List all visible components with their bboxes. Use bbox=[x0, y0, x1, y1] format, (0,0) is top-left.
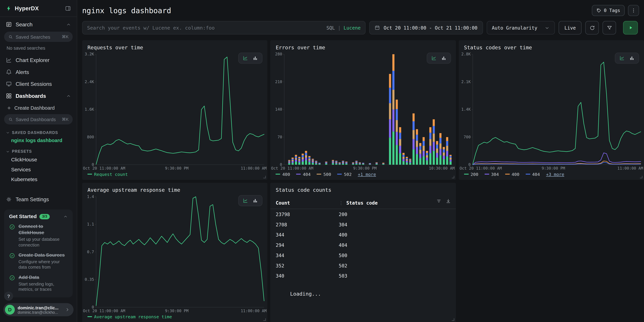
legend-item[interactable]: 304 bbox=[484, 172, 499, 176]
errors-chart[interactable]: 070140210280Oct 20 11:00:00 AM9:30:00 PM… bbox=[270, 51, 456, 171]
date-range-picker[interactable]: Oct 20 11:00:00 - Oct 21 11:00:00 bbox=[369, 21, 483, 34]
legend-item[interactable]: 404 bbox=[526, 172, 540, 176]
get-started-header[interactable]: Get Started 3/3 bbox=[9, 214, 68, 220]
resize-handle[interactable] bbox=[452, 318, 454, 321]
sidebar-item-kubernetes[interactable]: Kubernetes bbox=[0, 174, 77, 184]
filter-button[interactable] bbox=[602, 21, 616, 34]
event-search-placeholder: Search your events w/ Lucene ex. column:… bbox=[87, 25, 214, 30]
line-chart-icon[interactable] bbox=[243, 198, 248, 204]
resize-handle[interactable] bbox=[264, 176, 266, 178]
create-dashboard-button[interactable]: Create Dashboard bbox=[0, 102, 77, 113]
column-drag-handle[interactable]: ⋮ bbox=[339, 200, 344, 206]
table-cell: 294 bbox=[270, 240, 333, 250]
resize-handle[interactable] bbox=[452, 176, 454, 178]
table-row[interactable]: 344400 bbox=[270, 230, 456, 240]
legend-item[interactable]: 502 bbox=[337, 172, 352, 176]
chevron-up-icon[interactable] bbox=[66, 22, 71, 27]
sidebar-item-client-sessions[interactable]: Client Sessions bbox=[0, 78, 77, 90]
sidebar-collapse-button[interactable] bbox=[65, 6, 71, 12]
sidebar-item-alerts[interactable]: Alerts bbox=[0, 66, 77, 78]
event-search-input[interactable]: Search your events w/ Lucene ex. column:… bbox=[82, 21, 366, 34]
tags-button[interactable]: 0 Tags bbox=[592, 5, 625, 16]
sidebar-item-chart-explorer[interactable]: Chart Explorer bbox=[0, 54, 77, 66]
line-chart-icon[interactable] bbox=[243, 56, 248, 61]
run-query-button[interactable] bbox=[623, 21, 638, 34]
column-header-count[interactable]: Count bbox=[270, 197, 333, 209]
filter-rows-icon[interactable] bbox=[436, 198, 442, 204]
legend-item[interactable]: Request count bbox=[88, 172, 128, 176]
legend-item[interactable]: 400 bbox=[505, 172, 519, 176]
saved-dashboards-header-label: SAVED DASHBOARDS bbox=[12, 130, 58, 135]
avg-response-chart[interactable]: 00.350.71.11.4Oct 20 11:00:00 AM9:30:00 … bbox=[82, 194, 268, 313]
legend-swatch bbox=[526, 174, 530, 174]
screen: HyperDX Search Saved Searches ⌘K No save… bbox=[0, 0, 644, 322]
get-started-item-connect[interactable]: Connect to ClickHouse Set up your databa… bbox=[9, 224, 68, 248]
table-cell: 2708 bbox=[270, 219, 333, 230]
bar-chart-icon[interactable] bbox=[253, 56, 258, 61]
svg-text:210: 210 bbox=[275, 80, 282, 84]
legend-item[interactable]: 200 bbox=[464, 172, 478, 176]
sidebar-section-search[interactable]: Search bbox=[0, 17, 77, 31]
sidebar-item-team-settings[interactable]: Team Settings bbox=[0, 194, 77, 206]
requests-chart[interactable]: 08001.6K2.4K3.2KOct 20 11:00:00 AM9:30:0… bbox=[82, 51, 268, 171]
table-row[interactable]: 344500 bbox=[270, 250, 456, 260]
granularity-select[interactable]: Auto Granularity bbox=[486, 21, 555, 34]
language-toggle-divider: | bbox=[338, 25, 341, 30]
sidebar-item-nginx-logs-dashboard[interactable]: nginx logs dashboard bbox=[0, 136, 77, 146]
presets-header[interactable]: PRESETS bbox=[0, 146, 77, 155]
table-row[interactable]: 352502 bbox=[270, 260, 456, 271]
svg-text:800: 800 bbox=[87, 135, 94, 139]
legend-item[interactable]: 500 bbox=[317, 172, 331, 176]
table-row[interactable]: 294404 bbox=[270, 240, 456, 250]
legend-more-link[interactable]: +3 more bbox=[546, 172, 564, 176]
topbar: nginx logs dashboard 0 Tags bbox=[77, 0, 644, 18]
bar-chart-icon[interactable] bbox=[441, 56, 446, 61]
get-started-item-add-data[interactable]: Add Data Start sending logs, metrics, or… bbox=[9, 274, 68, 292]
resize-handle[interactable] bbox=[640, 176, 642, 178]
check-circle-icon bbox=[9, 275, 15, 292]
bar-chart-icon[interactable] bbox=[253, 198, 258, 204]
table-row[interactable]: 23798200 bbox=[270, 209, 456, 219]
resize-handle[interactable] bbox=[264, 318, 266, 321]
get-started-item-sources[interactable]: Create Data Sources Configure where your… bbox=[9, 252, 68, 270]
legend-more-link[interactable]: +1 more bbox=[358, 172, 376, 176]
bar-chart-icon[interactable] bbox=[629, 56, 634, 61]
svg-text:2.1K: 2.1K bbox=[461, 80, 471, 84]
help-button[interactable]: ? bbox=[4, 292, 13, 300]
lucene-language-toggle[interactable]: Lucene bbox=[344, 25, 361, 30]
saved-dashboards-header[interactable]: SAVED DASHBOARDS bbox=[0, 127, 77, 136]
presets-header-label: PRESETS bbox=[12, 149, 32, 154]
legend-item[interactable]: Average upstream response time bbox=[88, 314, 172, 319]
user-email: dominic.tran@clickho... bbox=[18, 310, 58, 314]
download-icon[interactable] bbox=[446, 198, 451, 204]
sql-language-toggle[interactable]: SQL bbox=[326, 25, 335, 30]
sidebar-item-clickhouse[interactable]: ClickHouse bbox=[0, 155, 77, 165]
panel-errors-over-time: Errors over time 070140210280Oct 20 11:0… bbox=[270, 40, 456, 180]
table-cell: 304 bbox=[333, 219, 456, 230]
sidebar-item-dashboards[interactable]: Dashboards bbox=[0, 90, 77, 102]
viewport: HyperDX Search Saved Searches ⌘K No save… bbox=[0, 0, 644, 322]
legend-item[interactable]: 400 bbox=[276, 172, 290, 176]
table-row[interactable]: 340503 bbox=[270, 271, 456, 281]
live-button[interactable]: Live bbox=[559, 21, 582, 34]
chevron-up-icon[interactable] bbox=[66, 94, 71, 98]
hyperdx-logo-icon bbox=[6, 6, 12, 12]
refresh-button[interactable] bbox=[585, 21, 599, 34]
sidebar-item-services[interactable]: Services bbox=[0, 165, 77, 174]
check-circle-icon bbox=[9, 224, 15, 248]
panel-title: Status code counts bbox=[270, 183, 456, 194]
table-row[interactable]: 2708304 bbox=[270, 219, 456, 230]
line-chart-icon[interactable] bbox=[619, 56, 625, 61]
line-chart-icon[interactable] bbox=[431, 56, 436, 61]
saved-dashboards-input[interactable]: Saved Dashboards ⌘K bbox=[4, 114, 73, 124]
refresh-icon bbox=[589, 25, 595, 30]
status-codes-chart[interactable]: 07001.4K2.1K2.8KOct 20 11:00:00 AM9:30:0… bbox=[459, 51, 644, 171]
more-menu-button[interactable] bbox=[628, 5, 639, 16]
table-cell: 352 bbox=[270, 260, 333, 271]
saved-searches-input[interactable]: Saved Searches ⌘K bbox=[4, 32, 73, 42]
chevron-up-icon[interactable] bbox=[63, 214, 68, 219]
svg-text:9:30:00 PM: 9:30:00 PM bbox=[353, 166, 377, 170]
legend-item[interactable]: 404 bbox=[296, 172, 311, 176]
user-menu[interactable]: D dominic.tran@clic... dominic.tran@clic… bbox=[3, 303, 74, 316]
table-cell: 404 bbox=[333, 240, 456, 250]
